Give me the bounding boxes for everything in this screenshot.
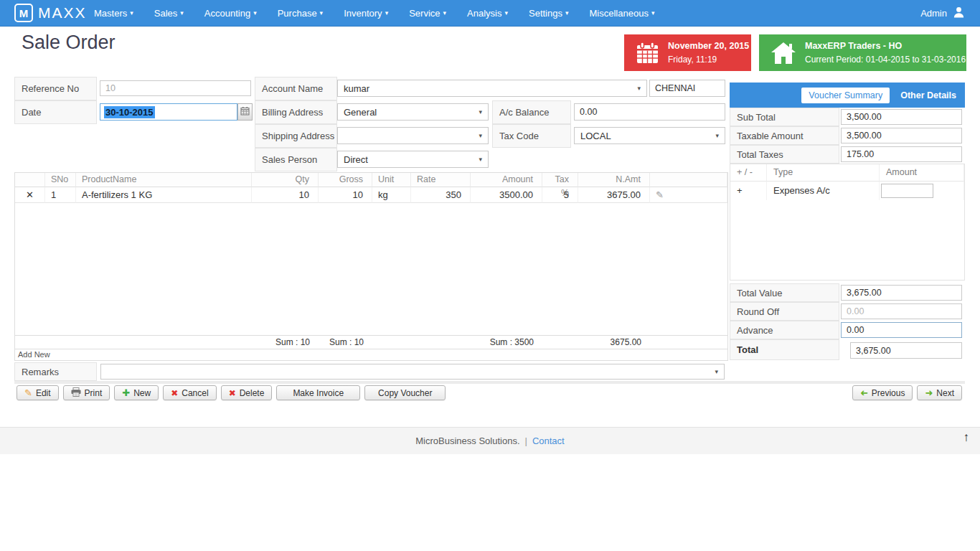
shipping-address-select[interactable]: ▾ xyxy=(337,127,489,144)
ac-balance-label: A/c Balance xyxy=(492,100,571,124)
print-button-label: Print xyxy=(85,388,103,398)
nav-item-label: Service xyxy=(409,8,440,19)
chevron-down-icon: ▾ xyxy=(565,10,569,17)
nav-item-label: Settings xyxy=(529,8,562,19)
sales-person-select[interactable]: Direct ▾ xyxy=(337,151,489,168)
new-button[interactable]: ✚ New xyxy=(114,385,159,400)
sales-person-value: Direct xyxy=(344,154,368,165)
nav-item-masters[interactable]: Masters▾ xyxy=(94,8,133,19)
col-adj-amount: Amount xyxy=(880,164,964,182)
new-button-label: New xyxy=(133,388,151,398)
scroll-to-top-button[interactable]: ↑ xyxy=(963,430,970,445)
total-taxes-label: Total Taxes xyxy=(730,145,839,164)
chevron-down-icon: ▾ xyxy=(715,132,719,139)
chevron-down-icon: ▾ xyxy=(253,10,257,17)
col-unit: Unit xyxy=(372,173,411,187)
taxable-amount-input[interactable] xyxy=(841,128,962,143)
adjustments-empty-area xyxy=(730,200,965,281)
chevron-down-icon: ▾ xyxy=(637,85,641,92)
nav-item-purchase[interactable]: Purchase▾ xyxy=(278,8,323,19)
account-city-field[interactable] xyxy=(649,80,725,97)
chevron-down-icon: ▾ xyxy=(180,10,184,17)
section-divider xyxy=(14,381,965,384)
nav-item-inventory[interactable]: Inventory▾ xyxy=(344,8,388,19)
cancel-button[interactable]: ✖ Cancel xyxy=(163,385,216,400)
delete-row-icon[interactable]: ✕ xyxy=(15,187,45,203)
printer-icon xyxy=(71,387,81,399)
total-value-label: Total Value xyxy=(730,283,839,302)
total-label: Total xyxy=(730,339,839,360)
ac-balance-input[interactable] xyxy=(574,103,725,121)
add-new-row[interactable]: Add New xyxy=(14,349,728,361)
chevron-down-icon: ▾ xyxy=(479,108,482,116)
previous-button[interactable]: ➜ Previous xyxy=(852,385,913,400)
calendar-icon xyxy=(636,41,659,65)
nav-item-service[interactable]: Service▾ xyxy=(409,8,446,19)
edit-button[interactable]: ✎ Edit xyxy=(17,385,59,400)
sub-total-label: Sub Total xyxy=(730,108,839,126)
chevron-down-icon: ▾ xyxy=(130,10,133,17)
nav-item-accounting[interactable]: Accounting▾ xyxy=(204,8,257,19)
col-type: Type xyxy=(767,164,880,182)
taxable-amount-label: Taxable Amount xyxy=(730,126,839,145)
tab-voucher-summary[interactable]: Voucher Summary xyxy=(801,88,890,103)
contact-link[interactable]: Contact xyxy=(532,435,565,446)
round-off-input[interactable] xyxy=(841,303,962,319)
adjustment-amount-input[interactable] xyxy=(881,184,933,198)
col-namt: N.Amt xyxy=(578,173,650,187)
brand-logo[interactable]: M MAXX xyxy=(14,4,87,22)
nav-item-label: Masters xyxy=(94,8,127,19)
next-button[interactable]: ➜ Next xyxy=(917,385,962,400)
total-value-input[interactable] xyxy=(841,285,962,301)
record-nav-buttons: ➜ Previous ➜ Next xyxy=(852,385,962,400)
current-period: Current Period: 01-04-2015 to 31-03-2016 xyxy=(805,53,966,67)
chevron-down-icon: ▾ xyxy=(651,10,655,17)
items-table: SNo ProductName Qty Gross Unit Rate Amou… xyxy=(14,172,728,203)
row-tax: 5 xyxy=(542,187,578,203)
tax-code-select[interactable]: LOCAL ▾ xyxy=(574,127,725,144)
delete-button[interactable]: ✖ Delete xyxy=(221,385,273,400)
user-menu[interactable]: Admin xyxy=(920,0,964,26)
col-rate: Rate xyxy=(411,173,471,187)
edit-row-icon[interactable]: ✎ xyxy=(656,189,664,200)
nav-item-analysis[interactable]: Analysis▾ xyxy=(467,8,508,19)
nav-item-label: Miscellaneous xyxy=(590,8,649,19)
nav-item-sales[interactable]: Sales▾ xyxy=(154,8,184,19)
previous-button-label: Previous xyxy=(872,388,905,398)
date-picker-button[interactable] xyxy=(237,103,253,121)
advance-input[interactable] xyxy=(841,322,962,338)
x-icon: ✖ xyxy=(229,389,236,397)
reference-no-input[interactable] xyxy=(100,80,251,96)
nav-item-miscellaneous[interactable]: Miscellaneous▾ xyxy=(590,8,655,19)
shipping-address-label: Shipping Address xyxy=(255,124,337,148)
billing-address-select[interactable]: General ▾ xyxy=(337,103,489,121)
pencil-icon: ✎ xyxy=(24,388,32,397)
make-invoice-button[interactable]: Make Invoice xyxy=(276,385,360,400)
sub-total-input[interactable] xyxy=(841,109,962,125)
tax-code-value: LOCAL xyxy=(580,131,611,141)
account-name-combo[interactable]: kumar ▾ xyxy=(337,80,647,97)
remarks-select[interactable]: ▾ xyxy=(100,364,725,380)
summary-panel-tabs: Voucher Summary Other Details xyxy=(730,83,965,108)
make-invoice-label: Make Invoice xyxy=(293,388,344,398)
sum-qty: Sum : 10 xyxy=(252,336,319,349)
copy-voucher-button[interactable]: Copy Voucher xyxy=(364,385,446,400)
company-name: MaxxERP Traders - HO xyxy=(805,39,966,53)
footer-separator: | xyxy=(525,435,527,446)
adj-row-type: Expenses A/c xyxy=(767,182,880,201)
company-badge: MaxxERP Traders - HO Current Period: 01-… xyxy=(759,34,966,71)
tab-other-details[interactable]: Other Details xyxy=(900,90,956,100)
plus-icon: ✚ xyxy=(122,388,130,397)
nav-item-settings[interactable]: Settings▾ xyxy=(529,8,569,19)
total-taxes-input[interactable] xyxy=(841,146,962,162)
col-sno: SNo xyxy=(45,173,76,187)
next-button-label: Next xyxy=(936,388,954,398)
footer-company: MicroBusiness Solutions. xyxy=(415,435,519,446)
top-nav: M MAXX Masters▾ Sales▾ Accounting▾ Purch… xyxy=(0,0,980,27)
date-input[interactable]: 30-10-2015 xyxy=(100,103,237,121)
current-date: November 20, 2015 xyxy=(668,39,749,53)
print-button[interactable]: Print xyxy=(63,385,110,400)
sales-person-label: Sales Person xyxy=(255,148,337,171)
row-unit: kg xyxy=(372,187,411,203)
total-input[interactable] xyxy=(850,342,962,359)
